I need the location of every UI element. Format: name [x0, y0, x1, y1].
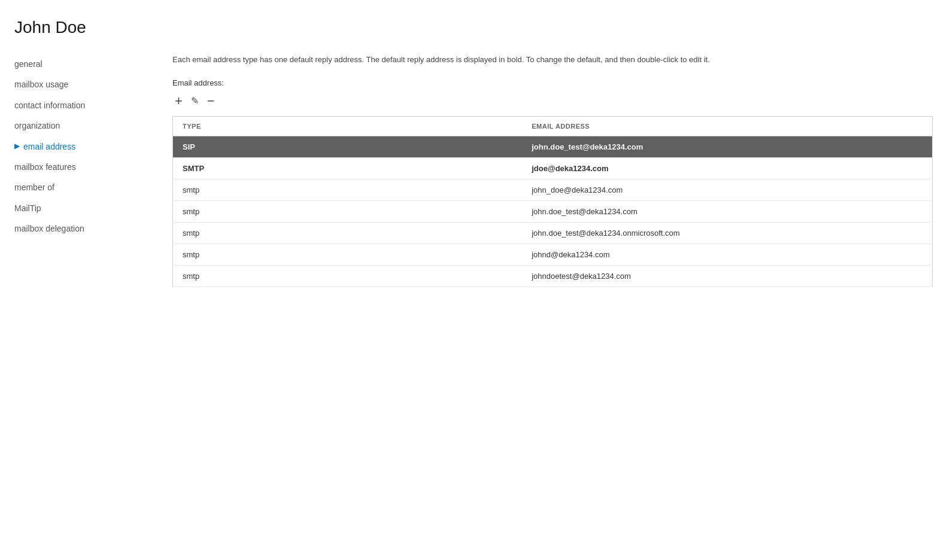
- table-row[interactable]: SIPjohn.doe_test@deka1234.com: [173, 136, 933, 157]
- cell-email: john.doe_test@deka1234.com: [522, 200, 932, 222]
- sidebar-item-general[interactable]: general: [14, 54, 158, 74]
- sidebar-item-label: general: [14, 57, 43, 71]
- table-row[interactable]: smtpjohn_doe@deka1234.com: [173, 179, 933, 200]
- description-text: Each email address type has one default …: [172, 54, 831, 66]
- sidebar: generalmailbox usagecontact informationo…: [14, 54, 158, 302]
- remove-button[interactable]: −: [205, 93, 217, 109]
- cell-type: smtp: [173, 200, 523, 222]
- col-header-email: EMAIL ADDRESS: [522, 116, 932, 136]
- table-row[interactable]: smtpjohn.doe_test@deka1234.com: [173, 200, 933, 222]
- cell-email: johndoetest@deka1234.com: [522, 265, 932, 287]
- page-title: John Doe: [14, 18, 947, 37]
- table-header-row: TYPE EMAIL ADDRESS: [173, 116, 933, 136]
- sidebar-item-label: mailbox usage: [14, 78, 68, 91]
- cell-email: john.doe_test@deka1234.onmicrosoft.com: [522, 222, 932, 244]
- sidebar-item-email-address[interactable]: ▶email address: [14, 136, 158, 157]
- sidebar-item-label: MailTip: [14, 202, 41, 215]
- cell-email: john_doe@deka1234.com: [522, 179, 932, 200]
- sidebar-item-label: organization: [14, 119, 60, 132]
- cell-type: smtp: [173, 222, 523, 244]
- cell-type: smtp: [173, 244, 523, 265]
- col-header-type: TYPE: [173, 116, 523, 136]
- cell-email: johnd@deka1234.com: [522, 244, 932, 265]
- active-arrow-icon: ▶: [14, 141, 20, 152]
- sidebar-item-contact-information[interactable]: contact information: [14, 95, 158, 115]
- sidebar-item-label: member of: [14, 181, 54, 194]
- sidebar-item-label: mailbox features: [14, 160, 76, 174]
- table-row[interactable]: SMTPjdoe@deka1234.com: [173, 157, 933, 179]
- sidebar-item-member-of[interactable]: member of: [14, 177, 158, 197]
- email-address-label: Email address:: [172, 78, 933, 87]
- sidebar-item-mailbox-features[interactable]: mailbox features: [14, 157, 158, 177]
- sidebar-item-mailbox-delegation[interactable]: mailbox delegation: [14, 218, 158, 239]
- cell-type: SIP: [173, 136, 523, 157]
- sidebar-item-mailbox-usage[interactable]: mailbox usage: [14, 74, 158, 95]
- sidebar-item-organization[interactable]: organization: [14, 115, 158, 136]
- cell-email: jdoe@deka1234.com: [522, 157, 932, 179]
- main-content: Each email address type has one default …: [158, 54, 947, 302]
- sidebar-item-label: mailbox delegation: [14, 222, 84, 235]
- table-row[interactable]: smtpjohnd@deka1234.com: [173, 244, 933, 265]
- add-button[interactable]: +: [172, 93, 185, 109]
- cell-type: SMTP: [173, 157, 523, 179]
- edit-button[interactable]: ✎: [189, 95, 201, 107]
- email-table: TYPE EMAIL ADDRESS SIPjohn.doe_test@deka…: [172, 116, 933, 287]
- cell-type: smtp: [173, 265, 523, 287]
- table-row[interactable]: smtpjohn.doe_test@deka1234.onmicrosoft.c…: [173, 222, 933, 244]
- toolbar: + ✎ −: [172, 93, 933, 109]
- sidebar-item-label: contact information: [14, 99, 85, 112]
- cell-type: smtp: [173, 179, 523, 200]
- sidebar-item-mailtip[interactable]: MailTip: [14, 198, 158, 218]
- cell-email: john.doe_test@deka1234.com: [522, 136, 932, 157]
- table-row[interactable]: smtpjohndoetest@deka1234.com: [173, 265, 933, 287]
- sidebar-item-label: email address: [23, 140, 75, 153]
